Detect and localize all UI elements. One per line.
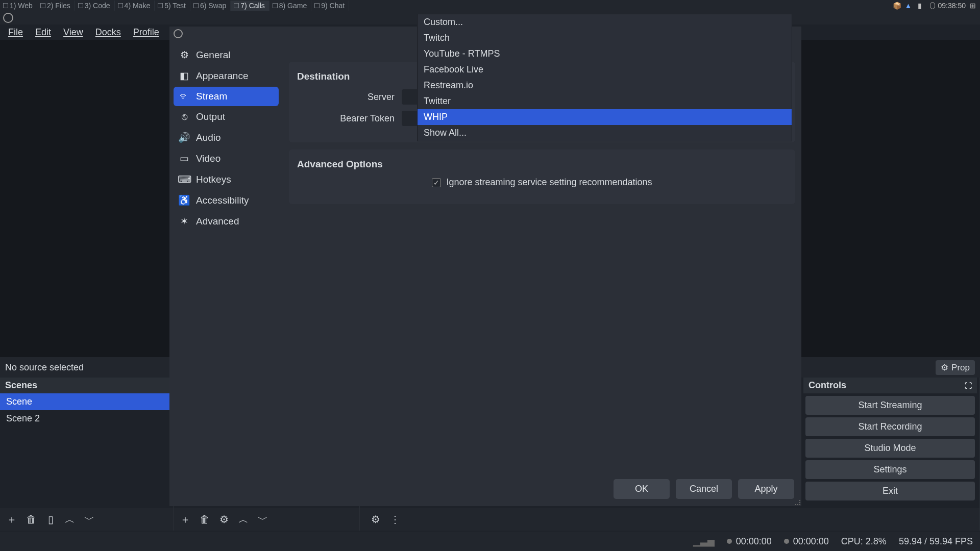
tray-obs-icon[interactable] [927,2,935,10]
ignore-checkbox[interactable]: ✓ [432,178,441,187]
sources-toolbar: ＋ 🗑 ⚙ ︿ ﹀ [174,508,359,531]
scenes-dock: Scenes Scene Scene 2 ＋ 🗑 ▯ ︿ ﹀ [0,378,174,531]
tray-app-icon[interactable]: 📦 [893,2,901,10]
ignore-row: ✓ Ignore streaming service setting recom… [297,177,787,188]
exit-button[interactable]: Exit [805,482,975,500]
source-down-button[interactable]: ﹀ [255,512,271,527]
obs-logo-icon [174,29,183,38]
appearance-icon: ◧ [179,70,190,82]
status-fps: 59.94 / 59.94 FPS [899,536,973,547]
antenna-icon: ᯤ [179,91,190,102]
tools-icon: ✶ [179,215,190,227]
scene-down-button[interactable]: ﹀ [82,512,97,527]
sidebar-item-hotkeys[interactable]: ⌨Hotkeys [174,169,279,189]
advanced-section: Advanced Options ✓ Ignore streaming serv… [289,149,795,204]
window-icon [118,3,123,8]
mixer-menu-button[interactable]: ⋮ [387,512,403,527]
system-tab[interactable]: 2) Files [37,1,75,11]
status-record: 00:00:00 [784,536,829,547]
apply-button[interactable]: Apply [738,479,794,499]
menu-edit[interactable]: Edit [30,26,56,39]
advanced-title: Advanced Options [297,159,787,170]
start-recording-button[interactable]: Start Recording [805,417,975,436]
source-properties-button[interactable]: ⚙ [216,512,232,527]
service-dropdown: Custom... Twitch YouTube - RTMPS Faceboo… [417,14,792,141]
dropdown-item-twitter[interactable]: Twitter [418,93,792,109]
system-tab[interactable]: 9) Chat [311,1,349,11]
dropdown-item-youtube[interactable]: YouTube - RTMPS [418,46,792,62]
system-tab[interactable]: 5) Test [155,1,190,11]
system-tab[interactable]: 4) Make [115,1,155,11]
system-tab-bar: 1) Web 2) Files 3) Code 4) Make 5) Test … [0,0,980,11]
obs-window: File Edit View Docks Profile Scene No so… [0,11,980,551]
sidebar-item-advanced[interactable]: ✶Advanced [174,211,279,231]
ignore-label[interactable]: Ignore streaming service setting recomme… [446,177,652,188]
mixer-settings-button[interactable]: ⚙ [368,512,383,527]
sidebar-item-stream[interactable]: ᯤStream [174,87,279,106]
mixer-toolbar: ⚙ ⋮ [360,508,979,531]
monitor-icon: ▭ [179,153,190,164]
sidebar-item-audio[interactable]: 🔊Audio [174,128,279,147]
scene-up-button[interactable]: ︿ [62,512,78,527]
window-icon [273,3,278,8]
scene-filter-button[interactable]: ▯ [43,512,58,527]
sidebar-item-output[interactable]: ⎋Output [174,107,279,127]
system-tab[interactable]: 3) Code [75,1,115,11]
statusbar: ▁▃▅ 00:00:00 00:00:00 CPU: 2.8% 59.94 / … [0,532,980,551]
dropdown-item-twitch[interactable]: Twitch [418,30,792,46]
sidebar-item-appearance[interactable]: ◧Appearance [174,66,279,86]
source-up-button[interactable]: ︿ [236,512,251,527]
window-icon [158,3,163,8]
gear-icon: ⚙ [179,49,190,61]
remove-source-button[interactable]: 🗑 [197,512,212,527]
scene-item[interactable]: Scene [0,393,173,410]
server-label: Server [297,92,402,103]
status-stream: 00:00:00 [727,536,772,547]
dropdown-item-whip[interactable]: WHIP [418,109,792,125]
dropdown-item-restream[interactable]: Restream.io [418,78,792,93]
sidebar-item-accessibility[interactable]: ♿Accessibility [174,190,279,210]
system-tab[interactable]: 6) Swap [190,1,231,11]
tray-battery-icon[interactable]: ▮ [916,2,924,10]
system-tab[interactable]: 1) Web [0,1,37,11]
studio-mode-button[interactable]: Studio Mode [805,439,975,458]
system-tab[interactable]: 7) Calls [231,1,269,11]
sidebar-item-general[interactable]: ⚙General [174,45,279,65]
settings-sidebar: ⚙General ◧Appearance ᯤStream ⎋Output 🔊Au… [169,41,283,506]
window-icon [314,3,320,8]
menu-file[interactable]: File [3,26,28,39]
system-tab[interactable]: 8) Game [270,1,311,11]
dropdown-item-showall[interactable]: Show All... [418,125,792,141]
add-scene-button[interactable]: ＋ [4,512,19,527]
start-streaming-button[interactable]: Start Streaming [805,396,975,415]
window-icon [78,3,83,8]
tray-arrow-icon[interactable]: ▲ [904,2,913,10]
add-source-button[interactable]: ＋ [178,512,193,527]
ok-button[interactable]: OK [614,479,670,499]
scenes-list[interactable]: Scene Scene 2 [0,393,173,508]
dropdown-item-custom[interactable]: Custom... [418,14,792,30]
settings-button[interactable]: Settings [805,460,975,479]
network-icon: ▁▃▅ [693,536,715,547]
token-label: Bearer Token [297,113,402,124]
menu-view[interactable]: View [58,26,88,39]
output-icon: ⎋ [179,111,190,122]
dropdown-item-facebook[interactable]: Facebook Live [418,62,792,78]
properties-button[interactable]: ⚙ Prop [936,360,975,375]
scene-item[interactable]: Scene 2 [0,410,173,427]
menu-profile[interactable]: Profile [128,26,164,39]
controls-dock: Controls ⛶ Start Streaming Start Recordi… [803,378,977,503]
speaker-icon: 🔊 [179,132,190,143]
sidebar-item-video[interactable]: ▭Video [174,148,279,168]
resize-grip[interactable] [795,500,800,505]
expand-icon[interactable]: ⛶ [965,382,972,390]
dialog-button-row: OK Cancel Apply [614,479,794,499]
status-cpu: CPU: 2.8% [841,536,887,547]
menu-docks[interactable]: Docks [90,26,126,39]
gear-icon: ⚙ [941,362,948,373]
obs-logo-icon [3,13,13,23]
cancel-button[interactable]: Cancel [676,479,732,499]
tray-grid-icon[interactable]: ⊞ [969,2,977,10]
remove-scene-button[interactable]: 🗑 [23,512,39,527]
controls-header: Controls ⛶ [803,378,977,393]
